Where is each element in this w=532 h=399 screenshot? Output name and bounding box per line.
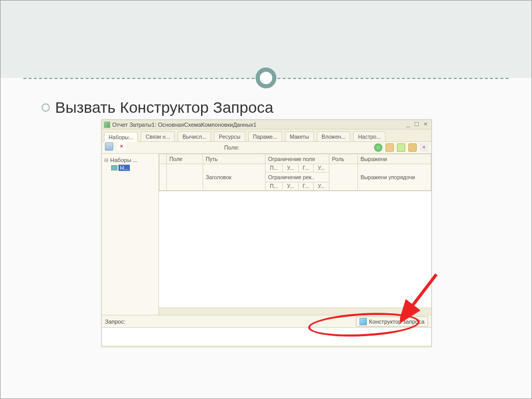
tab-bar: Наборы... Связи н... Вычисл... Ресурсы П…: [102, 129, 431, 141]
col-path[interactable]: Путь: [203, 154, 265, 164]
tab-params[interactable]: Параме...: [248, 131, 282, 141]
mini-g1[interactable]: Г...: [298, 164, 313, 172]
col-field[interactable]: Поле: [167, 154, 203, 164]
close-button[interactable]: ×: [422, 121, 429, 128]
tab-calc[interactable]: Вычисл...: [178, 131, 211, 141]
right-panel: Поле Путь Ограничение поля Роль Выражени…: [159, 154, 431, 315]
mini-p1[interactable]: П...: [265, 164, 283, 172]
slide-ring-decoration: [256, 68, 276, 88]
tab-nested[interactable]: Вложен...: [317, 131, 350, 141]
grid-empty2: [167, 164, 203, 191]
minimize-button[interactable]: _: [404, 121, 411, 128]
tab-links[interactable]: Связи н...: [141, 131, 175, 141]
sub-expr-order: Выражени упорядочи: [358, 164, 431, 191]
query-constructor-button[interactable]: Конструктор запроса: [356, 316, 428, 327]
tree-root[interactable]: Наборы ...: [104, 156, 156, 165]
mini-u1b[interactable]: У...: [313, 164, 329, 172]
query-text-area[interactable]: [102, 327, 431, 345]
horizontal-scrollbar[interactable]: [159, 308, 431, 315]
grid-checkbox-col: [159, 154, 167, 164]
query-row: Запрос: Конструктор запроса: [102, 315, 431, 327]
delete-icon[interactable]: ×: [117, 142, 126, 151]
paste-icon[interactable]: [397, 143, 405, 152]
col-restrict-field[interactable]: Ограничение поля: [265, 154, 329, 164]
col-role[interactable]: Роль: [329, 154, 358, 164]
slide-top-band: [0, 0, 532, 78]
role-empty: [329, 164, 358, 191]
query-constructor-label: Конструктор запроса: [369, 318, 424, 325]
mini-u1[interactable]: У...: [283, 164, 298, 172]
window-buttons: _ □ ×: [404, 121, 429, 128]
tree-item[interactable]: Н...: [111, 165, 156, 171]
col-expr[interactable]: Выражени: [358, 154, 431, 164]
mini-p2[interactable]: П...: [265, 182, 283, 191]
fields-label: Поля:: [224, 144, 239, 151]
mini-u2b[interactable]: У...: [313, 182, 329, 191]
tab-settings[interactable]: Настро...: [353, 131, 385, 141]
grid-empty: [159, 164, 167, 191]
tree-item-label: Н...: [118, 165, 130, 171]
left-tree-panel: Наборы ... Н...: [102, 154, 159, 315]
maximize-button[interactable]: □: [413, 121, 420, 128]
title-bar[interactable]: Отчет Затраты1: ОсновнаяСхемаКомпоновкиД…: [102, 120, 431, 129]
remove-icon[interactable]: ×: [420, 143, 428, 152]
app-window: Отчет Затраты1: ОсновнаяСхемаКомпоновкиД…: [101, 119, 432, 347]
fields-grid[interactable]: Поле Путь Ограничение поля Роль Выражени…: [159, 154, 431, 191]
tab-datasets[interactable]: Наборы...: [104, 132, 138, 142]
window-title: Отчет Затраты1: ОсновнаяСхемаКомпоновкиД…: [112, 122, 404, 128]
query-label: Запрос:: [105, 318, 126, 325]
copy-icon[interactable]: [385, 143, 394, 152]
add-dataset-icon[interactable]: [105, 142, 113, 151]
folder-icon[interactable]: [408, 143, 417, 152]
app-icon: [104, 122, 110, 128]
fields-toolbar: × Поля: ×: [102, 141, 431, 154]
dataset-icon: [111, 165, 117, 170]
mini-g2[interactable]: Г...: [298, 182, 313, 191]
query-constructor-icon: [360, 318, 367, 325]
field-toolbar-icons: ×: [374, 143, 428, 152]
mini-u2[interactable]: У...: [283, 182, 298, 191]
tab-templates[interactable]: Макеты: [285, 131, 314, 141]
sub-restrict-rec: Ограничение рек..: [265, 172, 329, 182]
sub-title: Заголовок: [203, 164, 265, 191]
bullet-text: Вызвать Конструктор Запроса: [42, 99, 273, 116]
grid-body-empty: [159, 191, 431, 308]
tab-resources[interactable]: Ресурсы: [214, 131, 245, 141]
add-icon[interactable]: [374, 143, 382, 152]
slide: Вызвать Конструктор Запроса Отчет Затрат…: [0, 0, 532, 399]
content-pane: Наборы ... Н... Поле Путь Ограничение по…: [102, 154, 431, 315]
